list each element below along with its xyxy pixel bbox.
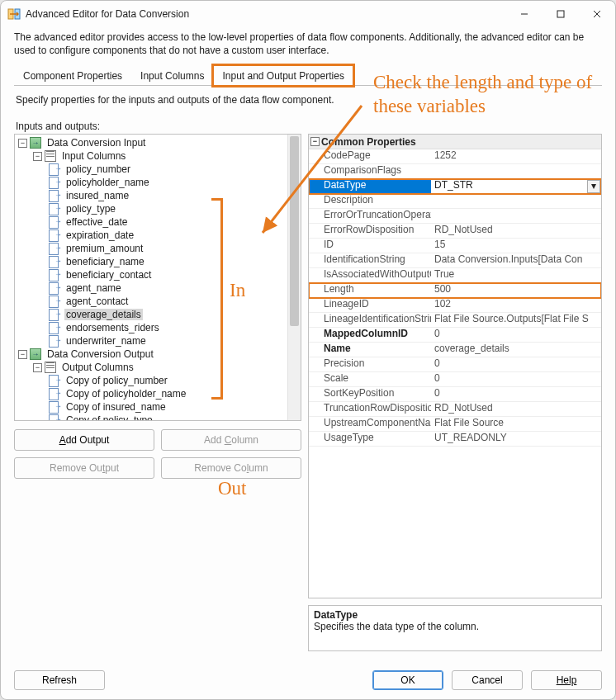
dropdown-icon[interactable]: ▾ [587,180,600,193]
property-row[interactable]: IsAssociatedWithOutputColumnTrue [309,268,601,283]
ok-button[interactable]: OK [372,670,443,690]
expander-icon[interactable] [33,152,42,161]
property-value[interactable]: True [431,268,601,282]
tree-column[interactable]: Copy of insured_name [48,400,299,414]
help-button[interactable]: Help [531,670,602,690]
tree-column[interactable]: endorsements_riders [48,321,299,334]
property-value[interactable]: coverage_details [431,343,601,357]
collapse-icon[interactable] [310,137,320,146]
property-value[interactable]: 1252 [431,149,601,163]
cancel-button[interactable]: Cancel [452,670,523,690]
property-row[interactable]: DataTypeDT_STR▾ [309,179,601,194]
property-row[interactable]: LineageID102 [309,298,601,313]
tree-column[interactable]: insured_name [48,189,299,202]
property-value[interactable]: 0 [431,372,601,386]
property-name: ID [309,239,431,253]
column-icon [48,400,61,414]
property-value[interactable]: 102 [431,298,601,312]
property-value[interactable]: DT_STR▾ [431,179,601,193]
tree-scrollbar[interactable] [287,135,301,420]
property-value[interactable]: 15 [431,239,601,253]
property-name: Scale [309,372,431,386]
property-row[interactable]: ID15 [309,239,601,253]
tab-component-properties[interactable]: Component Properties [14,65,131,86]
property-row[interactable]: Namecoverage_details [309,343,601,357]
tree-item-label: Copy of policyholder_name [64,388,187,400]
property-value[interactable]: 0 [431,328,601,342]
refresh-button[interactable]: Refresh [14,670,105,690]
property-value[interactable]: RD_NotUsed [431,402,601,416]
tree-column[interactable]: agent_name [48,281,299,295]
tree-column[interactable]: Copy of policyholder_name [48,387,299,400]
property-row[interactable]: SortKeyPosition0 [309,387,601,402]
property-category[interactable]: Common Properties [309,135,601,149]
property-grid[interactable]: Common Properties CodePage1252Comparison… [308,134,602,598]
tree-column[interactable]: policy_type [48,202,299,215]
property-value[interactable]: RD_NotUsed [431,224,601,238]
tree-output-columns[interactable]: Output Columns [33,361,299,374]
property-value[interactable] [431,164,601,178]
property-row[interactable]: UsageTypeUT_READONLY [309,432,601,447]
property-row[interactable]: Length500 [309,283,601,298]
tree-input-columns[interactable]: Input Columns [33,149,299,163]
tree-column[interactable]: Copy of policy_type [48,414,299,420]
property-row[interactable]: ComparisonFlags [309,164,601,179]
remove-output-button[interactable]: Remove Output [14,457,154,479]
close-button[interactable] [579,1,615,27]
property-row[interactable]: IdentificationStringData Conversion.Inpu… [309,253,601,268]
tree-column[interactable]: beneficiary_contact [48,268,299,281]
tree-column[interactable]: effective_date [48,215,299,229]
property-value[interactable]: 500 [431,283,601,297]
tree-column[interactable]: premium_amount [48,242,299,255]
property-row[interactable]: MappedColumnID0 [309,328,601,343]
tree-column[interactable]: underwriter_name [48,334,299,348]
property-row[interactable]: LineageIdentificationStringFlat File Sou… [309,313,601,328]
property-row[interactable]: ErrorRowDispositionRD_NotUsed [309,224,601,239]
expander-icon[interactable] [33,363,42,372]
column-icon [48,321,61,334]
tree-column[interactable]: policyholder_name [48,176,299,189]
property-row[interactable]: CodePage1252 [309,149,601,164]
tree-column[interactable]: coverage_details [48,308,299,321]
property-value[interactable]: Flat File Source.Outputs[Flat File S [431,313,601,327]
add-output-button[interactable]: Add Output [14,429,154,451]
property-row[interactable]: Scale0 [309,372,601,387]
tree-column[interactable]: Copy of policy_number [48,374,299,387]
property-value[interactable]: UT_READONLY [431,432,601,446]
tree-item-label: Copy of policy_type [64,414,154,420]
column-icon [48,334,61,348]
property-name: Length [309,283,431,297]
work-area: Data Conversion InputInput Columnspolicy… [14,134,602,651]
maximize-button[interactable] [543,1,579,27]
property-column: Common Properties CodePage1252Comparison… [308,134,602,651]
tab-input-output-properties[interactable]: Input and Output Properties [213,65,353,86]
property-row[interactable]: UpstreamComponentNameFlat File Source [309,417,601,432]
tree-column[interactable]: agent_contact [48,295,299,308]
tree-item-label: expiration_date [64,229,135,241]
property-name: ErrorOrTruncationOperation [309,209,431,223]
tab-input-columns[interactable]: Input Columns [131,65,213,86]
expander-icon[interactable] [18,350,27,359]
property-value[interactable] [431,209,601,223]
column-icon [48,255,61,268]
tree-column[interactable]: beneficiary_name [48,255,299,268]
property-row[interactable]: Precision0 [309,357,601,372]
expander-icon[interactable] [18,139,27,148]
window-title: Advanced Editor for Data Conversion [26,8,506,20]
property-row[interactable]: TruncationRowDispositionRD_NotUsed [309,402,601,417]
property-row[interactable]: Description [309,194,601,209]
property-value[interactable]: Flat File Source [431,417,601,431]
io-tree[interactable]: Data Conversion InputInput Columnspolicy… [15,135,301,420]
tree-column[interactable]: expiration_date [48,229,299,242]
tree-column[interactable]: policy_number [48,163,299,176]
remove-column-button[interactable]: Remove Column [161,457,301,479]
tree-input-root[interactable]: Data Conversion Input [18,136,299,149]
add-column-button[interactable]: Add Column [161,429,301,451]
property-value[interactable]: Data Conversion.Inputs[Data Con [431,253,601,267]
tree-output-root[interactable]: Data Conversion Output [18,348,299,361]
property-row[interactable]: ErrorOrTruncationOperation [309,209,601,224]
property-value[interactable]: 0 [431,387,601,401]
minimize-button[interactable] [506,1,543,27]
property-value[interactable]: 0 [431,357,601,371]
property-value[interactable] [431,194,601,208]
